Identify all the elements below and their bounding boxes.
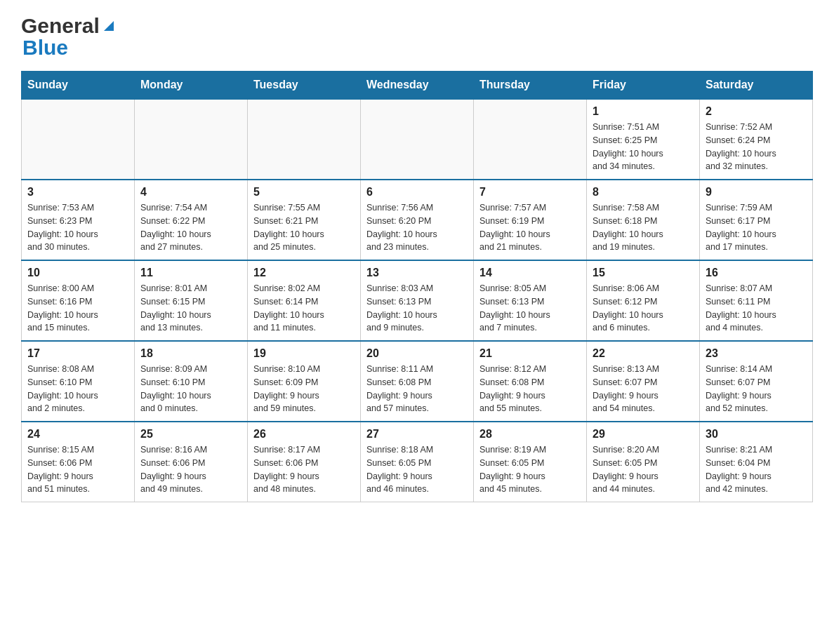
- weekday-header-sunday: Sunday: [22, 72, 135, 100]
- day-info: Sunrise: 7:54 AMSunset: 6:22 PMDaylight:…: [140, 201, 241, 254]
- logo: General Blue: [21, 14, 117, 57]
- weekday-header-tuesday: Tuesday: [248, 72, 361, 100]
- calendar-day-cell: 11Sunrise: 8:01 AMSunset: 6:15 PMDayligh…: [135, 260, 248, 341]
- calendar-day-cell: 27Sunrise: 8:18 AMSunset: 6:05 PMDayligh…: [361, 422, 474, 502]
- day-info: Sunrise: 8:19 AMSunset: 6:05 PMDaylight:…: [479, 443, 581, 496]
- logo-general: General: [21, 14, 100, 38]
- page-header: General Blue: [21, 14, 813, 57]
- day-number: 24: [27, 428, 128, 441]
- day-number: 13: [366, 267, 468, 279]
- day-info: Sunrise: 8:14 AMSunset: 6:07 PMDaylight:…: [706, 363, 807, 415]
- weekday-header-saturday: Saturday: [700, 72, 813, 100]
- calendar-day-cell: 16Sunrise: 8:07 AMSunset: 6:11 PMDayligh…: [700, 260, 813, 341]
- day-info: Sunrise: 7:53 AMSunset: 6:23 PMDaylight:…: [27, 201, 128, 254]
- calendar-day-cell: 13Sunrise: 8:03 AMSunset: 6:13 PMDayligh…: [361, 260, 474, 341]
- day-info: Sunrise: 7:56 AMSunset: 6:20 PMDaylight:…: [366, 201, 468, 254]
- day-number: 19: [253, 347, 355, 360]
- calendar-day-cell: 19Sunrise: 8:10 AMSunset: 6:09 PMDayligh…: [248, 341, 361, 422]
- day-info: Sunrise: 8:09 AMSunset: 6:10 PMDaylight:…: [140, 363, 241, 415]
- calendar-day-cell: 28Sunrise: 8:19 AMSunset: 6:05 PMDayligh…: [474, 422, 587, 502]
- calendar-day-cell: 1Sunrise: 7:51 AMSunset: 6:25 PMDaylight…: [587, 99, 700, 180]
- day-info: Sunrise: 8:17 AMSunset: 6:06 PMDaylight:…: [253, 443, 355, 496]
- day-info: Sunrise: 7:58 AMSunset: 6:18 PMDaylight:…: [593, 201, 694, 254]
- day-info: Sunrise: 8:07 AMSunset: 6:11 PMDaylight:…: [706, 282, 807, 335]
- day-number: 6: [366, 186, 468, 199]
- weekday-header-thursday: Thursday: [474, 72, 587, 100]
- calendar-day-cell: 29Sunrise: 8:20 AMSunset: 6:05 PMDayligh…: [587, 422, 700, 502]
- calendar-day-cell: 6Sunrise: 7:56 AMSunset: 6:20 PMDaylight…: [361, 180, 474, 260]
- svg-marker-0: [104, 21, 114, 31]
- day-number: 27: [366, 428, 468, 441]
- calendar-day-cell: 5Sunrise: 7:55 AMSunset: 6:21 PMDaylight…: [248, 180, 361, 260]
- day-number: 14: [479, 267, 581, 279]
- calendar-day-cell: 8Sunrise: 7:58 AMSunset: 6:18 PMDaylight…: [587, 180, 700, 260]
- calendar-day-cell: 7Sunrise: 7:57 AMSunset: 6:19 PMDaylight…: [474, 180, 587, 260]
- weekday-header-friday: Friday: [587, 72, 700, 100]
- day-info: Sunrise: 8:06 AMSunset: 6:12 PMDaylight:…: [593, 282, 694, 335]
- calendar-day-cell: 14Sunrise: 8:05 AMSunset: 6:13 PMDayligh…: [474, 260, 587, 341]
- calendar-day-cell: 23Sunrise: 8:14 AMSunset: 6:07 PMDayligh…: [700, 341, 813, 422]
- calendar-day-cell: [22, 99, 135, 180]
- calendar-day-cell: 21Sunrise: 8:12 AMSunset: 6:08 PMDayligh…: [474, 341, 587, 422]
- day-info: Sunrise: 8:20 AMSunset: 6:05 PMDaylight:…: [593, 443, 694, 496]
- calendar-day-cell: [361, 99, 474, 180]
- calendar-table: SundayMondayTuesdayWednesdayThursdayFrid…: [21, 71, 813, 502]
- calendar-day-cell: 24Sunrise: 8:15 AMSunset: 6:06 PMDayligh…: [22, 422, 135, 502]
- calendar-header-row: SundayMondayTuesdayWednesdayThursdayFrid…: [22, 72, 813, 100]
- day-info: Sunrise: 7:55 AMSunset: 6:21 PMDaylight:…: [253, 201, 355, 254]
- day-number: 26: [253, 428, 355, 441]
- weekday-header-monday: Monday: [135, 72, 248, 100]
- day-number: 2: [706, 105, 807, 118]
- day-info: Sunrise: 7:57 AMSunset: 6:19 PMDaylight:…: [479, 201, 581, 254]
- day-info: Sunrise: 8:21 AMSunset: 6:04 PMDaylight:…: [706, 443, 807, 496]
- day-info: Sunrise: 8:00 AMSunset: 6:16 PMDaylight:…: [27, 282, 128, 335]
- day-info: Sunrise: 8:15 AMSunset: 6:06 PMDaylight:…: [27, 443, 128, 496]
- day-number: 8: [593, 186, 694, 199]
- day-number: 11: [140, 267, 241, 279]
- logo-triangle-icon: [101, 18, 117, 34]
- weekday-header-wednesday: Wednesday: [361, 72, 474, 100]
- day-number: 22: [593, 347, 694, 360]
- day-number: 9: [706, 186, 807, 199]
- calendar-day-cell: [135, 99, 248, 180]
- day-number: 16: [706, 267, 807, 279]
- calendar-day-cell: 22Sunrise: 8:13 AMSunset: 6:07 PMDayligh…: [587, 341, 700, 422]
- calendar-week-row: 24Sunrise: 8:15 AMSunset: 6:06 PMDayligh…: [22, 422, 813, 502]
- day-number: 15: [593, 267, 694, 279]
- day-number: 25: [140, 428, 241, 441]
- day-info: Sunrise: 7:52 AMSunset: 6:24 PMDaylight:…: [706, 121, 807, 173]
- day-number: 12: [253, 267, 355, 279]
- calendar-day-cell: 18Sunrise: 8:09 AMSunset: 6:10 PMDayligh…: [135, 341, 248, 422]
- day-number: 7: [479, 186, 581, 199]
- day-number: 3: [27, 186, 128, 199]
- day-number: 17: [27, 347, 128, 360]
- calendar-day-cell: 12Sunrise: 8:02 AMSunset: 6:14 PMDayligh…: [248, 260, 361, 341]
- calendar-day-cell: 26Sunrise: 8:17 AMSunset: 6:06 PMDayligh…: [248, 422, 361, 502]
- day-info: Sunrise: 8:05 AMSunset: 6:13 PMDaylight:…: [479, 282, 581, 335]
- day-info: Sunrise: 8:02 AMSunset: 6:14 PMDaylight:…: [253, 282, 355, 335]
- calendar-day-cell: 3Sunrise: 7:53 AMSunset: 6:23 PMDaylight…: [22, 180, 135, 260]
- calendar-week-row: 1Sunrise: 7:51 AMSunset: 6:25 PMDaylight…: [22, 99, 813, 180]
- day-number: 4: [140, 186, 241, 199]
- day-info: Sunrise: 7:59 AMSunset: 6:17 PMDaylight:…: [706, 201, 807, 254]
- calendar-day-cell: 9Sunrise: 7:59 AMSunset: 6:17 PMDaylight…: [700, 180, 813, 260]
- day-number: 30: [706, 428, 807, 441]
- day-info: Sunrise: 7:51 AMSunset: 6:25 PMDaylight:…: [593, 121, 694, 173]
- calendar-day-cell: [248, 99, 361, 180]
- calendar-day-cell: 30Sunrise: 8:21 AMSunset: 6:04 PMDayligh…: [700, 422, 813, 502]
- day-info: Sunrise: 8:16 AMSunset: 6:06 PMDaylight:…: [140, 443, 241, 496]
- logo-blue: Blue: [22, 38, 68, 57]
- day-number: 1: [593, 105, 694, 118]
- calendar-day-cell: 25Sunrise: 8:16 AMSunset: 6:06 PMDayligh…: [135, 422, 248, 502]
- day-info: Sunrise: 8:03 AMSunset: 6:13 PMDaylight:…: [366, 282, 468, 335]
- calendar-day-cell: 15Sunrise: 8:06 AMSunset: 6:12 PMDayligh…: [587, 260, 700, 341]
- calendar-week-row: 10Sunrise: 8:00 AMSunset: 6:16 PMDayligh…: [22, 260, 813, 341]
- day-number: 23: [706, 347, 807, 360]
- day-info: Sunrise: 8:01 AMSunset: 6:15 PMDaylight:…: [140, 282, 241, 335]
- calendar-week-row: 3Sunrise: 7:53 AMSunset: 6:23 PMDaylight…: [22, 180, 813, 260]
- calendar-day-cell: 2Sunrise: 7:52 AMSunset: 6:24 PMDaylight…: [700, 99, 813, 180]
- day-number: 20: [366, 347, 468, 360]
- calendar-day-cell: [474, 99, 587, 180]
- day-info: Sunrise: 8:08 AMSunset: 6:10 PMDaylight:…: [27, 363, 128, 415]
- calendar-day-cell: 20Sunrise: 8:11 AMSunset: 6:08 PMDayligh…: [361, 341, 474, 422]
